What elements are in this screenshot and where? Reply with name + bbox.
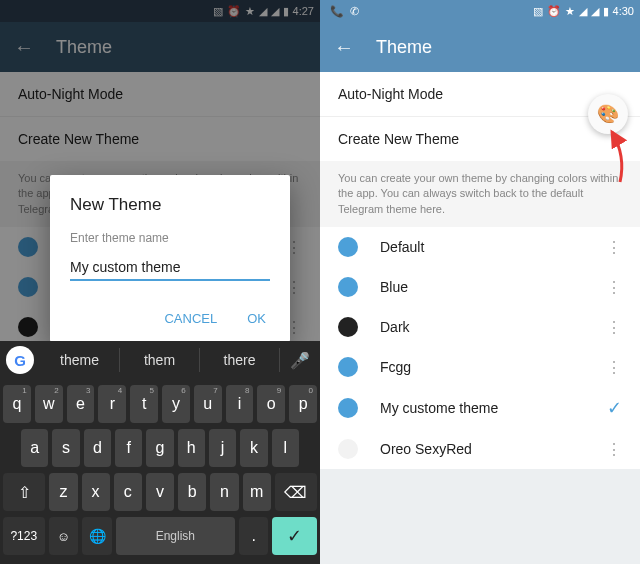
- theme-name-label: Blue: [380, 279, 598, 295]
- suggestion-2[interactable]: them: [120, 348, 200, 372]
- phone-icon: 📞: [330, 5, 344, 18]
- theme-color-dot: [338, 317, 358, 337]
- palette-fab[interactable]: 🎨: [588, 94, 628, 134]
- whatsapp-icon: ✆: [350, 5, 359, 18]
- shift-key[interactable]: ⇧: [3, 473, 45, 511]
- dialog-title: New Theme: [70, 195, 270, 215]
- key-l[interactable]: l: [272, 429, 299, 467]
- ok-button[interactable]: OK: [243, 303, 270, 334]
- theme-row[interactable]: Default ⋮: [320, 227, 640, 267]
- theme-row[interactable]: My custome theme ✓: [320, 387, 640, 429]
- soft-keyboard: q1w2e3r4t5y6u7i8o9p0 asdfghjkl ⇧zxcvbnm⌫…: [0, 379, 320, 564]
- check-icon: ✓: [607, 397, 622, 419]
- key-m[interactable]: m: [243, 473, 271, 511]
- suggestion-1[interactable]: theme: [40, 348, 120, 372]
- key-c[interactable]: c: [114, 473, 142, 511]
- more-icon[interactable]: ⋮: [598, 278, 630, 297]
- key-k[interactable]: k: [240, 429, 267, 467]
- page-title: Theme: [376, 37, 432, 58]
- key-e[interactable]: e3: [67, 385, 95, 423]
- backspace-key[interactable]: ⌫: [275, 473, 317, 511]
- signal-icon: ◢: [579, 5, 587, 18]
- alarm-icon: ⏰: [547, 5, 561, 18]
- theme-hint-text: You can create your own theme by changin…: [320, 161, 640, 227]
- theme-name-label: My custome theme: [380, 400, 607, 416]
- more-icon[interactable]: ⋮: [598, 238, 630, 257]
- phone-left-screen: ▧ ⏰ ★ ◢ ◢ ▮ 4:27 ← Theme Auto-Night Mode…: [0, 0, 320, 564]
- key-r[interactable]: r4: [98, 385, 126, 423]
- theme-row[interactable]: Fcgg ⋮: [320, 347, 640, 387]
- theme-color-dot: [338, 357, 358, 377]
- suggestion-3[interactable]: there: [200, 348, 280, 372]
- theme-color-dot: [338, 277, 358, 297]
- keyboard-area: G theme them there 🎤 q1w2e3r4t5y6u7i8o9p…: [0, 341, 320, 564]
- key-i[interactable]: i8: [226, 385, 254, 423]
- globe-key[interactable]: 🌐: [82, 517, 112, 555]
- more-icon[interactable]: ⋮: [598, 358, 630, 377]
- space-key[interactable]: English: [116, 517, 235, 555]
- key-v[interactable]: v: [146, 473, 174, 511]
- theme-name-label: Oreo SexyRed: [380, 441, 598, 457]
- theme-color-dot: [338, 398, 358, 418]
- phone-right-screen: 📞 ✆ ▧ ⏰ ★ ◢ ◢ ▮ 4:30 ← Theme Auto-Night …: [320, 0, 640, 564]
- theme-color-dot: [338, 237, 358, 257]
- theme-name-input[interactable]: [70, 255, 270, 281]
- status-bar: 📞 ✆ ▧ ⏰ ★ ◢ ◢ ▮ 4:30: [320, 0, 640, 22]
- key-g[interactable]: g: [146, 429, 173, 467]
- battery-icon: ▮: [603, 5, 609, 18]
- more-icon[interactable]: ⋮: [598, 440, 630, 459]
- theme-color-dot: [338, 439, 358, 459]
- status-time: 4:30: [613, 5, 634, 17]
- more-icon[interactable]: ⋮: [598, 318, 630, 337]
- dialog-label: Enter theme name: [70, 231, 270, 245]
- theme-row[interactable]: Dark ⋮: [320, 307, 640, 347]
- suggestion-bar: G theme them there 🎤: [0, 341, 320, 379]
- emoji-key[interactable]: ☺: [49, 517, 79, 555]
- key-f[interactable]: f: [115, 429, 142, 467]
- key-s[interactable]: s: [52, 429, 79, 467]
- key-o[interactable]: o9: [257, 385, 285, 423]
- key-h[interactable]: h: [178, 429, 205, 467]
- period-key[interactable]: .: [239, 517, 269, 555]
- key-j[interactable]: j: [209, 429, 236, 467]
- key-q[interactable]: q1: [3, 385, 31, 423]
- key-z[interactable]: z: [49, 473, 77, 511]
- key-n[interactable]: n: [210, 473, 238, 511]
- theme-name-label: Default: [380, 239, 598, 255]
- back-icon[interactable]: ←: [334, 36, 354, 59]
- key-t[interactable]: t5: [130, 385, 158, 423]
- palette-icon: 🎨: [597, 103, 619, 125]
- theme-row[interactable]: Blue ⋮: [320, 267, 640, 307]
- key-b[interactable]: b: [178, 473, 206, 511]
- key-u[interactable]: u7: [194, 385, 222, 423]
- app-header: ← Theme: [320, 22, 640, 72]
- key-y[interactable]: y6: [162, 385, 190, 423]
- new-theme-dialog: New Theme Enter theme name CANCEL OK: [50, 175, 290, 342]
- key-a[interactable]: a: [21, 429, 48, 467]
- no-sim-icon: ▧: [533, 5, 543, 18]
- key-p[interactable]: p0: [289, 385, 317, 423]
- theme-name-label: Fcgg: [380, 359, 598, 375]
- enter-key[interactable]: ✓: [272, 517, 317, 555]
- key-d[interactable]: d: [84, 429, 111, 467]
- theme-name-label: Dark: [380, 319, 598, 335]
- cancel-button[interactable]: CANCEL: [160, 303, 221, 334]
- key-x[interactable]: x: [82, 473, 110, 511]
- symbols-key[interactable]: ?123: [3, 517, 45, 555]
- signal-icon: ◢: [591, 5, 599, 18]
- priority-icon: ★: [565, 5, 575, 18]
- google-icon[interactable]: G: [6, 346, 34, 374]
- key-w[interactable]: w2: [35, 385, 63, 423]
- theme-row[interactable]: Oreo SexyRed ⋮: [320, 429, 640, 469]
- mic-icon[interactable]: 🎤: [280, 351, 320, 370]
